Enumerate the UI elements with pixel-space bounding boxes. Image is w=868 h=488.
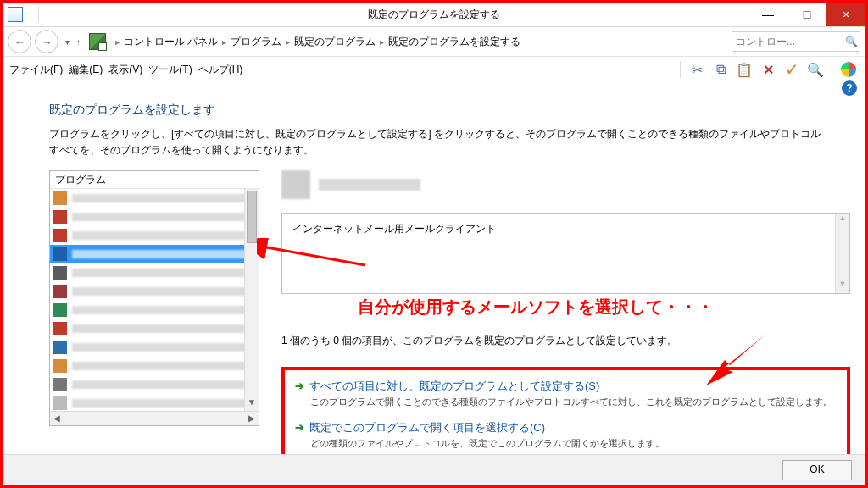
help-icon[interactable]: ? bbox=[842, 80, 857, 96]
crumb-2[interactable]: 既定のプログラム bbox=[294, 35, 376, 49]
history-dropdown-icon[interactable]: ▾ bbox=[65, 37, 70, 47]
list-item[interactable] bbox=[50, 208, 259, 226]
control-panel-window: 既定のプログラムを設定する — □ × ← → ▾ ↑ ▸ コントロール パネル… bbox=[0, 0, 868, 488]
window-buttons: — □ × bbox=[748, 3, 865, 26]
program-name-blurred bbox=[319, 179, 420, 191]
list-item[interactable] bbox=[50, 357, 259, 375]
list-item[interactable] bbox=[50, 319, 259, 338]
menu-bar: ファイル(F) 編集(E) 表示(V) ツール(T) ヘルプ(H) ✂ ⧉ 📋 … bbox=[3, 57, 865, 82]
option-title[interactable]: すべての項目に対し、既定のプログラムとして設定する(S) bbox=[309, 380, 599, 392]
minimize-button[interactable]: — bbox=[748, 3, 787, 26]
search-icon[interactable]: 🔍 bbox=[844, 36, 860, 47]
program-list-body[interactable]: ▲ ▼ bbox=[50, 189, 259, 411]
cut-icon[interactable]: ✂ bbox=[687, 59, 707, 80]
program-icon bbox=[281, 170, 310, 199]
desc-scrollbar[interactable]: ▲ ▼ bbox=[835, 214, 849, 293]
toolbar-divider bbox=[832, 61, 832, 78]
delete-icon[interactable]: ✕ bbox=[758, 59, 778, 80]
list-item[interactable] bbox=[50, 301, 259, 319]
scroll-left-icon[interactable]: ◀ bbox=[50, 412, 64, 425]
annotation-text: 自分が使用するメールソフトを選択して・・・ bbox=[358, 296, 850, 319]
page-title: 既定のプログラムを設定します bbox=[49, 103, 850, 118]
menu-tool[interactable]: ツール(T) bbox=[148, 63, 192, 77]
scroll-right-icon[interactable]: ▶ bbox=[245, 412, 259, 425]
crumb-1[interactable]: プログラム bbox=[231, 35, 281, 49]
menu-edit[interactable]: 編集(E) bbox=[69, 63, 103, 77]
paste-icon[interactable]: 📋 bbox=[734, 59, 754, 80]
scroll-down-icon[interactable]: ▼ bbox=[245, 397, 259, 411]
list-vertical-scrollbar[interactable]: ▲ ▼ bbox=[244, 189, 259, 411]
ok-button[interactable]: OK bbox=[782, 460, 852, 480]
search-input[interactable] bbox=[732, 36, 844, 47]
pie-icon[interactable] bbox=[838, 59, 859, 80]
program-list-header: プログラム bbox=[50, 171, 259, 189]
option-title[interactable]: 既定でこのプログラムで開く項目を選択する(C) bbox=[309, 421, 545, 434]
scroll-down-icon[interactable]: ▼ bbox=[836, 280, 849, 293]
option-set-all-defaults[interactable]: ➔すべての項目に対し、既定のプログラムとして設定する(S) このプログラムで開く… bbox=[295, 379, 837, 408]
close-button[interactable]: × bbox=[826, 3, 865, 26]
toolbar: ✂ ⧉ 📋 ✕ ✓ 🔍 bbox=[677, 59, 859, 80]
arrow-icon: ➔ bbox=[295, 380, 304, 392]
dialog-footer: OK bbox=[3, 454, 865, 485]
page-intro: プログラムをクリックし、[すべての項目に対し、既定のプログラムとして設定する] … bbox=[49, 126, 821, 158]
list-item[interactable] bbox=[50, 189, 259, 208]
scroll-thumb[interactable] bbox=[247, 191, 257, 243]
list-item[interactable] bbox=[50, 375, 259, 394]
system-menu-icon[interactable] bbox=[8, 7, 23, 22]
up-button[interactable]: ↑ bbox=[76, 37, 81, 47]
program-header bbox=[281, 170, 850, 199]
menu-help[interactable]: ヘルプ(H) bbox=[198, 63, 243, 77]
titlebar: 既定のプログラムを設定する — □ × bbox=[3, 3, 865, 27]
check-icon[interactable]: ✓ bbox=[782, 59, 802, 80]
option-desc: このプログラムで開くことのできる種類のファイルやプロトコルすべてに対し、これを既… bbox=[310, 396, 837, 408]
control-panel-icon[interactable] bbox=[89, 33, 106, 50]
window-title: 既定のプログラムを設定する bbox=[3, 8, 865, 22]
list-item[interactable] bbox=[50, 338, 259, 357]
crumb-0[interactable]: コントロール パネル bbox=[124, 35, 218, 49]
forward-button[interactable]: → bbox=[35, 30, 58, 53]
program-description: インターネットメール用メールクライアント bbox=[292, 223, 496, 235]
option-choose-defaults[interactable]: ➔既定でこのプログラムで開く項目を選択する(C) どの種類のファイルやプロトコル… bbox=[295, 420, 837, 450]
list-horizontal-scrollbar[interactable]: ◀ ▶ bbox=[50, 411, 259, 425]
toolbar-divider bbox=[680, 61, 681, 78]
list-item[interactable] bbox=[50, 394, 259, 411]
maximize-button[interactable]: □ bbox=[787, 3, 826, 26]
program-description-box: インターネットメール用メールクライアント ▲ ▼ bbox=[281, 213, 850, 294]
search-box[interactable]: 🔍 bbox=[732, 31, 860, 52]
program-list[interactable]: プログラム ▲ ▼ bbox=[49, 170, 259, 426]
scroll-up-icon[interactable]: ▲ bbox=[836, 214, 849, 227]
default-status: 1 個のうち 0 個の項目が、このプログラムを既定のプログラムとして設定していま… bbox=[281, 334, 850, 348]
navigation-bar: ← → ▾ ↑ ▸ コントロール パネル▸ プログラム▸ 既定のプログラム▸ 既… bbox=[3, 27, 865, 57]
list-item-selected[interactable] bbox=[50, 245, 259, 263]
breadcrumb[interactable]: ▸ コントロール パネル▸ プログラム▸ 既定のプログラム▸ 既定のプログラムを… bbox=[111, 35, 520, 49]
menu-view[interactable]: 表示(V) bbox=[108, 63, 142, 77]
copy-icon[interactable]: ⧉ bbox=[710, 59, 731, 80]
menu-file[interactable]: ファイル(F) bbox=[9, 63, 63, 77]
titlebar-separator bbox=[38, 7, 39, 22]
options-highlight-box: ➔すべての項目に対し、既定のプログラムとして設定する(S) このプログラムで開く… bbox=[281, 367, 850, 455]
back-button[interactable]: ← bbox=[8, 30, 31, 53]
list-item[interactable] bbox=[50, 226, 259, 245]
list-item[interactable] bbox=[50, 282, 259, 301]
content-pane: ? 既定のプログラムを設定します プログラムをクリックし、[すべての項目に対し、… bbox=[3, 80, 865, 455]
crumb-3[interactable]: 既定のプログラムを設定する bbox=[388, 35, 520, 49]
toolbar-search-icon[interactable]: 🔍 bbox=[805, 59, 826, 80]
arrow-icon: ➔ bbox=[295, 421, 304, 434]
option-desc: どの種類のファイルやプロトコルを、既定でこのプログラムで開くかを選択します。 bbox=[310, 437, 837, 450]
list-item[interactable] bbox=[50, 263, 259, 282]
program-detail: インターネットメール用メールクライアント ▲ ▼ 自分が使用するメールソフトを選… bbox=[281, 170, 850, 455]
